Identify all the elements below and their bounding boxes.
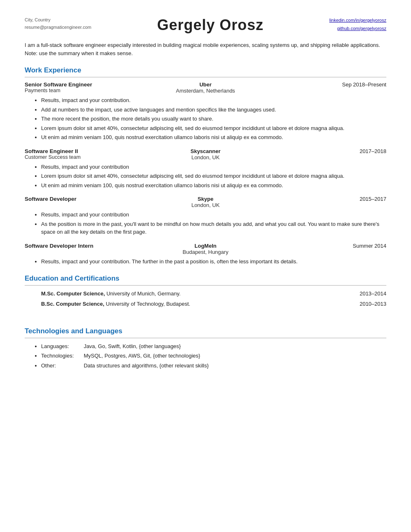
education-bullets: M.Sc. Computer Science, University of Mu… bbox=[41, 290, 386, 318]
job-1-company-block: Uber Amsterdam, Netherlands bbox=[145, 81, 266, 94]
technologies-section: Technologies and Languages Languages: Ja… bbox=[25, 327, 386, 370]
list-item: Results, impact and your contribution. T… bbox=[41, 258, 386, 266]
list-item: Languages: Java, Go, Swift, Kotlin, {oth… bbox=[41, 342, 386, 351]
job-4-title: Software Developer Intern bbox=[25, 243, 145, 249]
list-item bbox=[41, 310, 386, 318]
header-city: City, Country bbox=[25, 16, 91, 24]
edu-item-1-rest: University of Munich, Germany. bbox=[105, 290, 180, 297]
edu-item-2-year: 2010–2013 bbox=[360, 300, 386, 308]
education-divider bbox=[25, 285, 386, 286]
job-4-location: Budapest, Hungary bbox=[145, 249, 266, 255]
job-3-title: Software Developer bbox=[25, 196, 145, 202]
job-3-header: Software Developer Skype London, UK 2015… bbox=[25, 196, 386, 208]
resume-name: Gergely Orosz bbox=[157, 16, 263, 34]
job-1-company: Uber bbox=[145, 81, 266, 88]
job-4-header: Software Developer Intern LogMeIn Budape… bbox=[25, 243, 386, 255]
list-item: Results, impact and your contribution. bbox=[41, 96, 386, 105]
list-item: Results, impact and your contribution bbox=[41, 163, 386, 171]
header-center: Gergely Orosz bbox=[157, 16, 263, 34]
tech-item-1-label: Languages: bbox=[41, 342, 82, 351]
list-item: Add at numbers to the impact, use active… bbox=[41, 106, 386, 114]
edu-item-2-bold: B.Sc. Computer Science, bbox=[41, 301, 104, 307]
job-1-bullets: Results, impact and your contribution. A… bbox=[41, 96, 386, 142]
header-email: resume@pragmaticengineer.com bbox=[25, 24, 91, 31]
job-4-company-block: LogMeIn Budapest, Hungary bbox=[145, 243, 266, 255]
job-1-header: Senior Software Engineer Payments team U… bbox=[25, 81, 386, 94]
job-4-title-block: Software Developer Intern bbox=[25, 243, 145, 249]
job-2: Software Engineer II Customer Success te… bbox=[25, 148, 386, 190]
job-3-location: London, UK bbox=[145, 202, 266, 208]
job-2-dates: 2017–2018 bbox=[266, 148, 386, 154]
job-4-bullets: Results, impact and your contribution. T… bbox=[41, 258, 386, 266]
job-2-company-block: Skyscanner London, UK bbox=[145, 148, 266, 160]
job-4-company: LogMeIn bbox=[145, 243, 266, 249]
work-experience-section: Work Experience Senior Software Engineer… bbox=[25, 66, 386, 265]
work-experience-title: Work Experience bbox=[25, 66, 386, 74]
job-3: Software Developer Skype London, UK 2015… bbox=[25, 196, 386, 236]
technologies-title: Technologies and Languages bbox=[25, 327, 386, 335]
edu-item-1-text: M.Sc. Computer Science, University of Mu… bbox=[41, 290, 351, 298]
job-4-dates: Summer 2014 bbox=[266, 243, 386, 249]
header-linkedin[interactable]: linkedin.com/in/gergelyorosz bbox=[329, 16, 386, 25]
list-item: B.Sc. Computer Science, University of Te… bbox=[41, 300, 386, 308]
job-2-team: Customer Success team bbox=[25, 154, 145, 160]
education-title: Education and Certifications bbox=[25, 274, 386, 283]
list-item: Technologies: MySQL, Postgres, AWS, Git,… bbox=[41, 352, 386, 360]
header-right: linkedin.com/in/gergelyorosz github.com/… bbox=[329, 16, 386, 33]
list-item: The more recent the position, the more d… bbox=[41, 115, 386, 123]
job-1-dates: Sep 2018–Present bbox=[266, 81, 386, 88]
resume-summary: I am a full-stack software engineer espe… bbox=[25, 41, 386, 57]
job-3-dates: 2015–2017 bbox=[266, 196, 386, 202]
list-item: Lorem ipsum dolor sit amet 40%, consecte… bbox=[41, 172, 386, 180]
job-1-location: Amsterdam, Netherlands bbox=[145, 88, 266, 94]
list-item: Results, impact and your contribution bbox=[41, 211, 386, 219]
edu-item-2-text: B.Sc. Computer Science, University of Te… bbox=[41, 300, 351, 308]
job-1-team: Payments team bbox=[25, 88, 145, 93]
list-item: As the position is more in the past, you… bbox=[41, 220, 386, 236]
list-item: Other: Data structures and algorithms, {… bbox=[41, 362, 386, 370]
technologies-bullets: Languages: Java, Go, Swift, Kotlin, {oth… bbox=[41, 342, 386, 370]
tech-item-1-value: Java, Go, Swift, Kotlin, {other language… bbox=[84, 343, 181, 349]
job-2-location: London, UK bbox=[145, 154, 266, 160]
job-4: Software Developer Intern LogMeIn Budape… bbox=[25, 243, 386, 266]
list-item: M.Sc. Computer Science, University of Mu… bbox=[41, 290, 386, 298]
education-section: Education and Certifications M.Sc. Compu… bbox=[25, 274, 386, 318]
list-item: Ut enim ad minim veniam 100, quis nostru… bbox=[41, 181, 386, 190]
list-item: Lorem ipsum dolor sit amet 40%, consecte… bbox=[41, 124, 386, 132]
tech-item-3-value: Data structures and algorithms, {other r… bbox=[84, 362, 209, 369]
edu-item-1-year: 2013–2014 bbox=[360, 290, 386, 298]
technologies-divider bbox=[25, 338, 386, 338]
job-3-bullets: Results, impact and your contribution As… bbox=[41, 211, 386, 236]
job-2-header: Software Engineer II Customer Success te… bbox=[25, 148, 386, 160]
edu-item-1-bold: M.Sc. Computer Science, bbox=[41, 290, 105, 297]
edu-item-3-text bbox=[41, 310, 378, 318]
tech-item-3-label: Other: bbox=[41, 362, 82, 370]
header-github[interactable]: github.com/gergelyorosz bbox=[329, 25, 386, 33]
tech-item-2-label: Technologies: bbox=[41, 352, 82, 360]
job-2-title-block: Software Engineer II Customer Success te… bbox=[25, 148, 145, 160]
job-3-company-block: Skype London, UK bbox=[145, 196, 266, 208]
edu-item-2-rest: University of Technology, Budapest. bbox=[104, 301, 190, 307]
job-1-title: Senior Software Engineer bbox=[25, 81, 145, 88]
job-2-company: Skyscanner bbox=[145, 148, 266, 154]
header-left: City, Country resume@pragmaticengineer.c… bbox=[25, 16, 91, 31]
tech-item-2-value: MySQL, Postgres, AWS, Git, {other techno… bbox=[84, 353, 201, 359]
work-experience-divider bbox=[25, 77, 386, 77]
job-3-title-block: Software Developer bbox=[25, 196, 145, 202]
list-item: Ut enim ad minim veniam 100, quis nostru… bbox=[41, 133, 386, 142]
job-3-company: Skype bbox=[145, 196, 266, 202]
job-2-title: Software Engineer II bbox=[25, 148, 145, 154]
job-1-title-block: Senior Software Engineer Payments team bbox=[25, 81, 145, 93]
job-2-bullets: Results, impact and your contribution Lo… bbox=[41, 163, 386, 190]
job-1: Senior Software Engineer Payments team U… bbox=[25, 81, 386, 142]
resume-header: City, Country resume@pragmaticengineer.c… bbox=[25, 16, 386, 34]
